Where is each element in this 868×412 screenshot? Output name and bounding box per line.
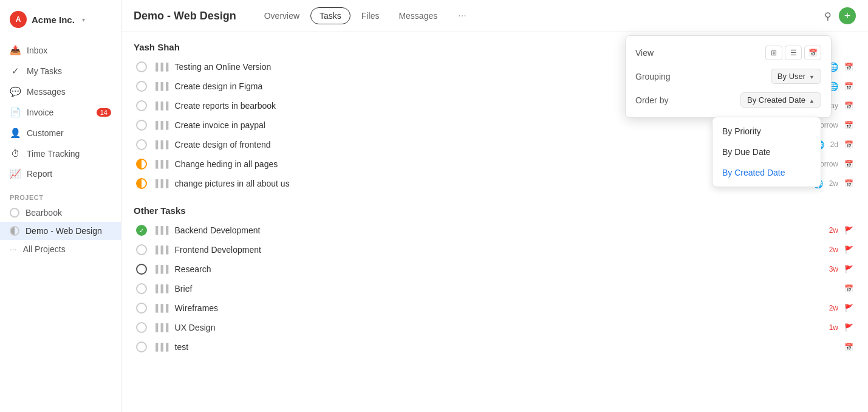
task-name: Backend Development (175, 225, 823, 235)
order-select[interactable]: By Created Date (740, 92, 821, 108)
grouping-row: Grouping By User (635, 69, 821, 84)
view-settings-panel: View ⊞ ☰ 📅 Grouping By User Order by By … (625, 35, 832, 118)
project-section-label: Project (0, 187, 121, 204)
sidebar-item-invoice[interactable]: 📄 Invoice 14 (0, 102, 121, 123)
flag-icon: 🚩 (844, 226, 853, 235)
task-checkbox[interactable] (136, 283, 147, 294)
order-dropdown: By Priority By Due Date By Created Date (712, 117, 821, 187)
project-dot-bearbook (10, 208, 19, 218)
calendar-icon: 📅 (844, 121, 853, 129)
sidebar-item-all-projects[interactable]: ··· All Projects (0, 240, 121, 258)
dropdown-item-by-priority[interactable]: By Priority (713, 121, 821, 142)
sidebar-item-label: Inbox (27, 46, 47, 55)
add-button[interactable]: + (839, 7, 856, 24)
task-checkbox[interactable] (136, 139, 147, 150)
sidebar-item-label: Time Tracking (27, 149, 80, 159)
sidebar-item-label: My Tasks (27, 66, 62, 76)
project-label: Demo - Web Design (26, 226, 102, 236)
calendar-icon: 📅 (844, 63, 853, 71)
view-label: View (635, 48, 654, 58)
customer-icon: 👤 (10, 128, 21, 139)
sidebar-item-my-tasks[interactable]: ✓ My Tasks (0, 61, 121, 81)
tab-files[interactable]: Files (353, 7, 388, 24)
calendar-icon: 📅 (844, 82, 853, 91)
tasks-icon: ✓ (10, 66, 21, 77)
flag-icon: 🚩 (844, 323, 853, 332)
task-item[interactable]: ▐▐▐ Wireframes 2w 🚩 (134, 298, 856, 318)
filter-icon[interactable]: ⚲ (824, 10, 832, 22)
task-item[interactable]: ▐▐▐ Brief 📅 (134, 279, 856, 298)
task-checkbox[interactable] (136, 120, 147, 131)
sidebar-item-report[interactable]: 📈 Report (0, 163, 121, 184)
task-item[interactable]: ▐▐▐ UX Design 1w 🚩 (134, 318, 856, 337)
dropdown-item-by-due-date[interactable]: By Due Date (713, 142, 821, 162)
calendar-icon: 📅 (844, 284, 853, 293)
dropdown-item-by-created-date[interactable]: By Created Date (713, 162, 821, 183)
flag-icon: 🚩 (844, 304, 853, 312)
bars-icon: ▐▐▐ (153, 265, 169, 273)
task-item[interactable]: ▐▐▐ Research 3w 🚩 (134, 259, 856, 279)
view-grid-button[interactable]: ⊞ (765, 46, 782, 60)
flag-icon: 🚩 (844, 245, 853, 254)
task-name: Research (175, 264, 823, 274)
tab-tasks[interactable]: Tasks (310, 7, 350, 24)
view-calendar-button[interactable]: 📅 (804, 46, 821, 60)
task-due: 2w (829, 226, 838, 235)
task-name: Wireframes (175, 303, 823, 313)
task-due: 2w (829, 179, 838, 188)
order-row: Order by By Created Date By Priority By … (635, 92, 821, 108)
task-checkbox[interactable] (136, 322, 147, 333)
task-checkbox[interactable] (136, 61, 147, 72)
more-options-icon[interactable]: ··· (458, 10, 466, 21)
task-checkbox[interactable] (136, 264, 147, 275)
grouping-value: By User (777, 72, 805, 81)
task-item[interactable]: ▐▐▐ Frontend Development 2w 🚩 (134, 240, 856, 259)
flag-icon: 🚩 (844, 265, 853, 273)
sidebar-item-messages[interactable]: 💬 Messages (0, 81, 121, 102)
bars-icon: ▐▐▐ (153, 121, 169, 129)
task-name: Brief (175, 284, 838, 294)
task-item[interactable]: ✓ ▐▐▐ Backend Development 2w 🚩 (134, 221, 856, 240)
sidebar-item-time-tracking[interactable]: ⏱ Time Tracking (0, 143, 121, 163)
task-checkbox[interactable] (136, 178, 147, 189)
header-actions: ⚲ + (824, 7, 856, 24)
task-checkbox[interactable] (136, 244, 147, 255)
task-checkbox[interactable] (136, 303, 147, 314)
task-name: Create invoice in paypal (175, 120, 784, 130)
task-checkbox[interactable] (136, 159, 147, 170)
brand-name: Acme Inc. (32, 15, 75, 25)
task-due: 2w (829, 245, 838, 254)
calendar-icon: 📅 (844, 160, 853, 168)
bars-icon: ▐▐▐ (153, 226, 169, 235)
task-due: 2d (830, 140, 838, 149)
task-checkbox[interactable] (136, 100, 147, 111)
sidebar-item-label: Report (27, 169, 52, 179)
sidebar-item-demo-web-design[interactable]: Demo - Web Design (0, 222, 121, 240)
invoice-icon: 📄 (10, 107, 21, 118)
bars-icon: ▐▐▐ (153, 284, 169, 293)
task-name: Frontend Development (175, 245, 823, 255)
calendar-icon: 📅 (844, 343, 853, 351)
all-projects-label: All Projects (23, 244, 66, 254)
task-checkbox[interactable] (136, 81, 147, 92)
bars-icon: ▐▐▐ (153, 63, 169, 71)
invoice-badge: 14 (97, 108, 111, 117)
task-item[interactable]: ▐▐▐ test 📅 (134, 337, 856, 357)
page-title: Demo - Web Design (134, 10, 236, 22)
brand-icon: A (10, 11, 27, 28)
task-checkbox[interactable] (136, 342, 147, 352)
task-due: 2w (829, 304, 838, 312)
task-name: Change heding in all pages (175, 159, 784, 169)
brand[interactable]: A Acme Inc. ▾ (0, 6, 121, 38)
tab-overview[interactable]: Overview (256, 7, 308, 24)
sidebar-item-bearbook[interactable]: Bearbook (0, 204, 121, 222)
sidebar-item-customer[interactable]: 👤 Customer (0, 123, 121, 143)
sidebar-item-inbox[interactable]: 📥 Inbox (0, 40, 121, 61)
time-tracking-icon: ⏱ (10, 148, 21, 159)
report-icon: 📈 (10, 168, 21, 179)
view-list-button[interactable]: ☰ (785, 46, 802, 60)
tab-messages[interactable]: Messages (390, 7, 446, 24)
bars-icon: ▐▐▐ (153, 343, 169, 351)
grouping-select[interactable]: By User (771, 69, 821, 84)
task-checkbox[interactable]: ✓ (136, 225, 147, 236)
